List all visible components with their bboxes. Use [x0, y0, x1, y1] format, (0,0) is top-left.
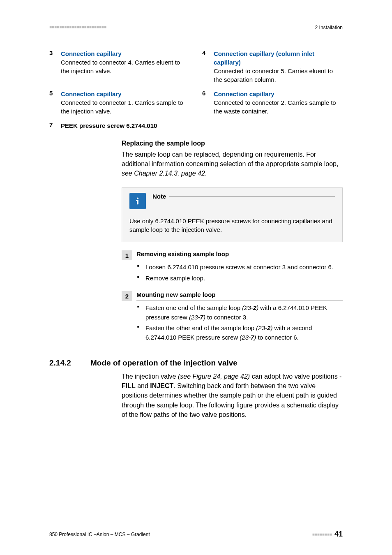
svg-rect-2 [136, 200, 138, 201]
footer-page-number: 41 [334, 530, 343, 539]
text: Fasten the other end of the sample loop [145, 324, 256, 331]
replacing-link: see Chapter 2.14.3, page 42 [122, 170, 205, 177]
svg-point-0 [137, 197, 138, 199]
step-number: 1 [122, 250, 132, 260]
text: and [136, 382, 150, 389]
legend-item-7: 7 PEEK pressure screw 6.2744.010 [49, 121, 190, 130]
footer-left: 850 Professional IC –Anion – MCS – Gradi… [49, 532, 150, 537]
step-bullet: Fasten one end of the sample loop (23-2)… [136, 303, 343, 322]
ref: (23- [256, 324, 267, 331]
step-1: 1 Removing existing sample loop Loosen 6… [122, 250, 343, 283]
ref-num: 7 [200, 314, 203, 321]
info-icon [129, 193, 146, 209]
legend-title: Connection capillary (column inlet capil… [214, 49, 343, 67]
ref: (23- [242, 304, 253, 311]
keyword-inject: INJECT [150, 382, 173, 389]
step-bullet: Fasten the other end of the sample loop … [136, 324, 343, 342]
keyword-fill: FILL [122, 382, 136, 389]
note-rule [169, 196, 335, 197]
step-bullet: Remove sample loop. [136, 274, 343, 283]
header-marks: ■■■■■■■■■■■■■■■■■■■■■■■ [49, 25, 106, 29]
legend-title: Connection capillary [214, 90, 343, 98]
legend-body: Connected to connector 1. Carries sample… [61, 98, 190, 116]
ref: (see Figure 24, page 42) [178, 373, 250, 380]
step-title: Removing existing sample loop [136, 250, 343, 260]
note-box: Note Use only 6.2744.010 PEEK pressure s… [122, 187, 343, 243]
legend-body: Connected to connector 2. Carries sample… [214, 98, 343, 116]
replacing-para: The sample loop can be replaced, dependi… [122, 150, 343, 178]
legend-num: 7 [49, 121, 61, 130]
text: to connector 3. [205, 314, 248, 321]
legend-title: PEEK pressure screw 6.2744.010 [61, 121, 190, 130]
replacing-section: Replacing the sample loop The sample loo… [122, 140, 343, 342]
breadcrumb: 2 Installation [315, 25, 343, 30]
text: The injection valve [122, 373, 178, 380]
note-body: Use only 6.2744.010 PEEK pressure screws… [122, 214, 342, 242]
text: to connector 6. [256, 334, 298, 341]
step-2: 2 Mounting new sample loop Fasten one en… [122, 291, 343, 342]
ref: (23- [240, 334, 251, 341]
step-title: Mounting new sample loop [136, 291, 343, 301]
chapter-body: The injection valve (see Figure 24, page… [122, 372, 343, 419]
chapter-title: Mode of operation of the injection valve [90, 358, 238, 368]
replacing-text-a: The sample loop can be replaced, dependi… [122, 151, 338, 167]
chapter-heading: 2.14.2 Mode of operation of the injectio… [49, 358, 343, 368]
ref: (23- [189, 314, 200, 321]
chapter-number: 2.14.2 [49, 358, 90, 368]
legend-body: Connected to connector 4. Carries eluent… [61, 58, 190, 75]
step-bullet: Loosen 6.2744.010 pressure screws at con… [136, 263, 343, 272]
footer: 850 Professional IC –Anion – MCS – Gradi… [49, 530, 343, 539]
legend-item-3: 3 Connection capillary Connected to conn… [49, 49, 190, 84]
legend-item-6: 6 Connection capillary Connected to conn… [202, 90, 343, 116]
text: Fasten one end of the sample loop [145, 304, 242, 311]
note-label: Note [152, 193, 166, 200]
legend-body: Connected to connector 5. Carries eluent… [214, 67, 343, 84]
legend-item-5: 5 Connection capillary Connected to conn… [49, 90, 190, 116]
legend-num: 4 [202, 49, 214, 84]
legend-num: 6 [202, 90, 214, 116]
step-number: 2 [122, 291, 132, 301]
legend-num: 3 [49, 49, 61, 84]
legend-num: 5 [49, 90, 61, 116]
replacing-heading: Replacing the sample loop [122, 140, 343, 147]
ref-num: 2 [253, 304, 256, 311]
legend-title: Connection capillary [61, 90, 190, 98]
legend-row-2: 5 Connection capillary Connected to conn… [49, 90, 343, 116]
footer-marks: ■■■■■■■■ [312, 532, 332, 536]
text: can adopt two valve positions - [250, 373, 341, 380]
legend-row-1: 3 Connection capillary Connected to conn… [49, 49, 343, 84]
legend-item-4: 4 Connection capillary (column inlet cap… [202, 49, 343, 84]
legend-title: Connection capillary [61, 49, 190, 58]
replacing-text-end: . [205, 170, 207, 177]
legend-row-3: 7 PEEK pressure screw 6.2744.010 [49, 121, 343, 130]
